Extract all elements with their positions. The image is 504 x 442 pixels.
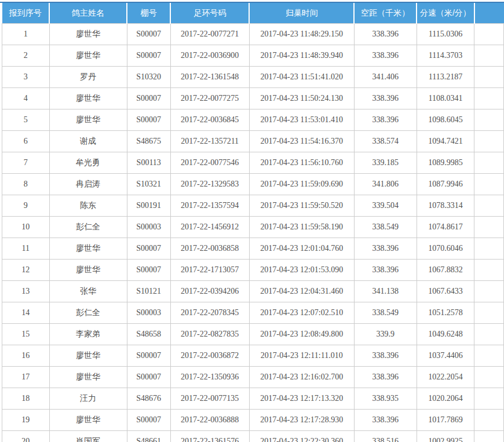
- cell-owner-name: 廖世华: [49, 88, 127, 109]
- cell-arrival-time: 2017-04-23 12:16:02.700: [249, 367, 354, 388]
- cell-speed-m-per-min: 1108.0341: [417, 88, 474, 109]
- cell-rank: 11: [2, 238, 50, 260]
- clipped-column-cell: [474, 45, 504, 67]
- cell-distance-km: 338.935: [354, 388, 417, 410]
- cell-ring-no: 2017-22-2078345: [170, 302, 249, 324]
- clipped-column-cell: [474, 367, 504, 388]
- table-row: 6谢成S486752017-22-13572112017-04-23 11:54…: [2, 131, 504, 152]
- cell-arrival-time: 2017-04-23 11:59:58.190: [249, 217, 354, 238]
- cell-rank: 17: [2, 367, 50, 388]
- cell-owner-name: 李家弟: [49, 324, 127, 345]
- cell-distance-km: 341.406: [354, 67, 417, 88]
- column-header-loft-no: 棚号: [127, 3, 170, 24]
- cell-ring-no: 2017-22-1361548: [170, 67, 249, 88]
- cell-ring-no: 2017-22-0036858: [170, 238, 249, 260]
- cell-owner-name: 廖世华: [49, 367, 127, 388]
- table-row: 18汪力S486762017-22-00771352017-04-23 12:1…: [2, 388, 504, 410]
- cell-rank: 8: [2, 174, 50, 195]
- cell-distance-km: 338.396: [354, 345, 417, 367]
- cell-owner-name: 廖世华: [49, 45, 127, 67]
- cell-arrival-time: 2017-04-23 11:50:24.130: [249, 88, 354, 109]
- cell-loft-no: S00007: [127, 88, 170, 109]
- cell-loft-no: S00007: [127, 109, 170, 131]
- cell-loft-no: S00007: [127, 45, 170, 67]
- cell-arrival-time: 2017-04-23 11:56:10.760: [249, 152, 354, 174]
- cell-ring-no: 2017-22-0077271: [170, 24, 249, 45]
- cell-loft-no: S10121: [127, 281, 170, 302]
- column-header-distance-km: 空距（千米）: [354, 3, 417, 24]
- table-row: 2廖世华S000072017-22-00369002017-04-23 11:4…: [2, 45, 504, 67]
- cell-speed-m-per-min: 1022.2054: [417, 367, 474, 388]
- cell-rank: 3: [2, 67, 50, 88]
- cell-owner-name: 廖世华: [49, 109, 127, 131]
- cell-rank: 12: [2, 260, 50, 281]
- cell-speed-m-per-min: 1070.6046: [417, 238, 474, 260]
- cell-rank: 18: [2, 388, 50, 410]
- clipped-column-cell: [474, 345, 504, 367]
- clipped-column-header: [474, 3, 504, 24]
- cell-ring-no: 2017-22-0036900: [170, 45, 249, 67]
- cell-ring-no: 2017-22-1329583: [170, 174, 249, 195]
- cell-rank: 1: [2, 24, 50, 45]
- cell-distance-km: 338.549: [354, 302, 417, 324]
- cell-loft-no: S48661: [127, 431, 170, 442]
- cell-ring-no: 2017-22-1456912: [170, 217, 249, 238]
- cell-arrival-time: 2017-04-23 12:08:49.800: [249, 324, 354, 345]
- cell-ring-no: 2017-22-0827835: [170, 324, 249, 345]
- cell-speed-m-per-min: 1113.2187: [417, 67, 474, 88]
- table-row: 12廖世华S000072017-22-17130572017-04-23 12:…: [2, 260, 504, 281]
- clipped-column-cell: [474, 410, 504, 431]
- cell-speed-m-per-min: 1098.6045: [417, 109, 474, 131]
- cell-ring-no: 2017-22-1357211: [170, 131, 249, 152]
- cell-owner-name: 彭仁全: [49, 217, 127, 238]
- cell-arrival-time: 2017-04-23 12:04:31.460: [249, 281, 354, 302]
- cell-distance-km: 339.504: [354, 195, 417, 217]
- cell-owner-name: 陈东: [49, 195, 127, 217]
- table-row: 5廖世华S000072017-22-00368452017-04-23 11:5…: [2, 109, 504, 131]
- table-row: 3罗丹S103202017-22-13615482017-04-23 11:51…: [2, 67, 504, 88]
- cell-arrival-time: 2017-04-23 11:59:09.690: [249, 174, 354, 195]
- cell-arrival-time: 2017-04-23 11:59:50.520: [249, 195, 354, 217]
- cell-arrival-time: 2017-04-23 12:07:02.510: [249, 302, 354, 324]
- cell-speed-m-per-min: 1067.6433: [417, 281, 474, 302]
- table-header: 报到序号鸽主姓名棚号足环号码归巢时间空距（千米）分速（米/分）: [2, 3, 504, 24]
- cell-arrival-time: 2017-04-23 11:51:41.020: [249, 67, 354, 88]
- cell-arrival-time: 2017-04-23 11:54:16.370: [249, 131, 354, 152]
- cell-distance-km: 338.396: [354, 45, 417, 67]
- clipped-column-cell: [474, 195, 504, 217]
- cell-speed-m-per-min: 1078.3314: [417, 195, 474, 217]
- clipped-column-cell: [474, 88, 504, 109]
- cell-owner-name: 罗丹: [49, 67, 127, 88]
- cell-speed-m-per-min: 1051.2578: [417, 302, 474, 324]
- clipped-column-cell: [474, 431, 504, 442]
- column-header-arrival-time: 归巢时间: [249, 3, 354, 24]
- clipped-column-cell: [474, 281, 504, 302]
- cell-distance-km: 338.396: [354, 260, 417, 281]
- cell-distance-km: 338.396: [354, 88, 417, 109]
- clipped-column-cell: [474, 388, 504, 410]
- cell-speed-m-per-min: 1017.7869: [417, 410, 474, 431]
- cell-ring-no: 2017-22-0077275: [170, 88, 249, 109]
- cell-owner-name: 廖世华: [49, 410, 127, 431]
- cell-ring-no: 2017-22-0077135: [170, 388, 249, 410]
- column-header-owner-name: 鸽主姓名: [49, 3, 127, 24]
- cell-loft-no: S48675: [127, 131, 170, 152]
- cell-loft-no: S10320: [127, 67, 170, 88]
- cell-arrival-time: 2017-04-23 12:17:28.930: [249, 410, 354, 431]
- cell-rank: 20: [2, 431, 50, 442]
- table-row: 8冉启涛S103212017-22-13295832017-04-23 11:5…: [2, 174, 504, 195]
- cell-ring-no: 2017-22-1713057: [170, 260, 249, 281]
- cell-distance-km: 338.396: [354, 367, 417, 388]
- cell-ring-no: 2017-22-0394206: [170, 281, 249, 302]
- table-row: 14彭仁全S000032017-22-20783452017-04-23 12:…: [2, 302, 504, 324]
- column-header-speed-m-per-min: 分速（米/分）: [417, 3, 474, 24]
- clipped-column-cell: [474, 302, 504, 324]
- cell-loft-no: S00007: [127, 238, 170, 260]
- cell-loft-no: S00007: [127, 260, 170, 281]
- cell-loft-no: S00191: [127, 195, 170, 217]
- cell-owner-name: 张华: [49, 281, 127, 302]
- table-row: 15李家弟S486582017-22-08278352017-04-23 12:…: [2, 324, 504, 345]
- cell-loft-no: S48658: [127, 324, 170, 345]
- cell-distance-km: 338.396: [354, 109, 417, 131]
- cell-ring-no: 2017-22-1361576: [170, 431, 249, 442]
